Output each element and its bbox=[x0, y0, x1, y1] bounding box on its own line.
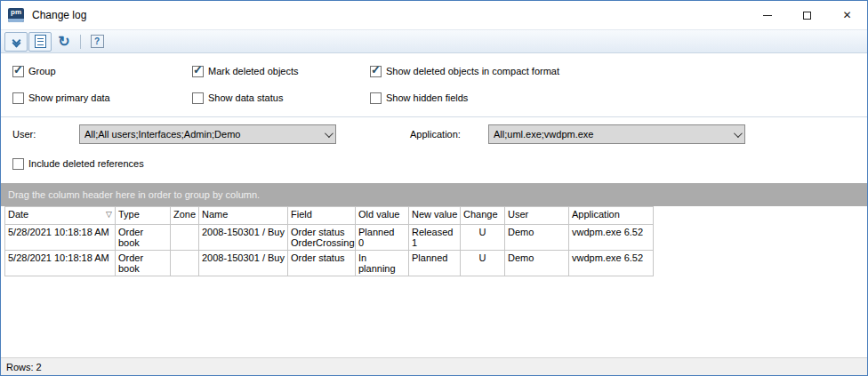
application-combobox[interactable]: All;uml.exe;vwdpm.exe bbox=[488, 124, 745, 144]
checkbox-mark-deleted-objects[interactable]: Mark deleted objects bbox=[192, 64, 370, 78]
maximize-icon bbox=[803, 12, 811, 20]
checkbox-icon bbox=[12, 66, 24, 77]
column-header-zone[interactable]: Zone bbox=[171, 207, 199, 225]
chevron-down-icon bbox=[734, 129, 743, 138]
cell-application[interactable]: vwdpm.exe 6.52 bbox=[569, 251, 654, 276]
column-header-old-value[interactable]: Old value bbox=[356, 207, 409, 225]
chevrons-down-icon bbox=[13, 37, 20, 46]
application-combobox-value: All;uml.exe;vwdpm.exe bbox=[494, 129, 734, 140]
help-button[interactable]: ? bbox=[85, 32, 108, 52]
refresh-button[interactable]: ↻ bbox=[52, 32, 76, 52]
app-icon: pm bbox=[8, 8, 24, 22]
toolbar: ↻ ? bbox=[1, 29, 867, 53]
cell-old-value[interactable]: Planned 0 bbox=[356, 225, 409, 251]
group-by-hint: Drag the column header here in order to … bbox=[8, 189, 260, 200]
checkbox-icon bbox=[12, 92, 24, 104]
app-icon-label: pm bbox=[11, 8, 21, 17]
cell-type[interactable]: Order book bbox=[116, 251, 171, 276]
column-header-field[interactable]: Field bbox=[288, 207, 356, 225]
checkbox-icon bbox=[12, 158, 24, 170]
column-header-name[interactable]: Name bbox=[199, 207, 288, 225]
checkbox-show-hidden-fields[interactable]: Show hidden fields bbox=[370, 91, 867, 105]
change-log-window: pm Change log ✕ ↻ ? Group bbox=[0, 0, 868, 376]
cell-new-value[interactable]: Planned bbox=[409, 251, 461, 276]
checkbox-label: Include deleted references bbox=[28, 158, 144, 169]
cell-change[interactable]: U bbox=[461, 251, 505, 276]
checkbox-show-deleted-compact[interactable]: Show deleted objects in compact format bbox=[370, 64, 867, 78]
cell-change[interactable]: U bbox=[461, 225, 505, 251]
cell-date[interactable]: 5/28/2021 10:18:18 AM bbox=[5, 251, 116, 276]
csv-file-icon bbox=[35, 35, 46, 48]
column-header-new-value[interactable]: New value bbox=[409, 207, 461, 225]
content-spacer bbox=[1, 276, 867, 357]
cell-new-value[interactable]: Released 1 bbox=[409, 225, 461, 251]
window-controls: ✕ bbox=[747, 1, 867, 29]
checkbox-icon bbox=[192, 66, 204, 77]
column-header-date[interactable]: ▽Date bbox=[5, 207, 116, 225]
toolbar-separator bbox=[80, 35, 81, 49]
checkbox-group[interactable]: Group bbox=[12, 64, 192, 78]
cell-field[interactable]: Order status OrderCrossing bbox=[288, 225, 356, 251]
table-row[interactable]: 5/28/2021 10:18:18 AM Order book 2008-15… bbox=[5, 251, 654, 276]
checkbox-show-primary-data[interactable]: Show primary data bbox=[12, 91, 192, 105]
refresh-icon: ↻ bbox=[58, 35, 69, 49]
cell-user[interactable]: Demo bbox=[505, 251, 569, 276]
column-header-change[interactable]: Change bbox=[461, 207, 505, 225]
checkbox-label: Show data status bbox=[208, 92, 283, 103]
close-icon: ✕ bbox=[842, 10, 851, 20]
cell-old-value[interactable]: In planning bbox=[356, 251, 409, 276]
user-label: User: bbox=[12, 129, 79, 140]
column-header-type[interactable]: Type bbox=[116, 207, 171, 225]
checkbox-icon bbox=[370, 66, 382, 77]
change-log-table: ▽Date Type Zone Name Field Old value New… bbox=[4, 206, 654, 276]
checkbox-label: Show deleted objects in compact format bbox=[386, 66, 559, 76]
close-button[interactable]: ✕ bbox=[827, 1, 867, 29]
checkbox-label: Mark deleted objects bbox=[208, 66, 299, 76]
checkbox-icon bbox=[192, 92, 204, 104]
sort-descending-icon: ▽ bbox=[106, 210, 112, 219]
checkbox-label: Show hidden fields bbox=[386, 92, 468, 103]
checkbox-label: Group bbox=[28, 66, 56, 76]
application-label: Application: bbox=[410, 129, 488, 140]
include-row: Include deleted references bbox=[1, 156, 867, 171]
column-header-label: Date bbox=[8, 209, 28, 220]
user-combobox-value: All;All users;Interfaces;Admin;Demo bbox=[84, 129, 325, 140]
cell-type[interactable]: Order book bbox=[116, 225, 171, 251]
cell-date[interactable]: 5/28/2021 10:18:18 AM bbox=[5, 225, 116, 251]
checkbox-grid: Group Mark deleted objects Show deleted … bbox=[1, 53, 867, 105]
group-by-drop-zone[interactable]: Drag the column header here in order to … bbox=[1, 183, 867, 206]
cell-field[interactable]: Order status bbox=[288, 251, 356, 276]
titlebar[interactable]: pm Change log ✕ bbox=[1, 1, 867, 29]
table-row[interactable]: 5/28/2021 10:18:18 AM Order book 2008-15… bbox=[5, 225, 654, 251]
table-header-row: ▽Date Type Zone Name Field Old value New… bbox=[5, 207, 654, 225]
column-header-user[interactable]: User bbox=[505, 207, 569, 225]
checkbox-show-data-status[interactable]: Show data status bbox=[192, 91, 370, 105]
minimize-button[interactable] bbox=[747, 1, 787, 29]
row-count: Rows: 2 bbox=[6, 362, 42, 372]
chevron-down-icon bbox=[325, 129, 334, 138]
user-combobox[interactable]: All;All users;Interfaces;Admin;Demo bbox=[79, 124, 336, 144]
cell-zone[interactable] bbox=[171, 251, 199, 276]
filter-panel: Group Mark deleted objects Show deleted … bbox=[1, 53, 867, 183]
checkbox-include-deleted-references[interactable]: Include deleted references bbox=[12, 156, 867, 171]
cell-name[interactable]: 2008-150301 / Buy bbox=[199, 251, 288, 276]
status-bar: Rows: 2 bbox=[1, 357, 867, 375]
checkbox-label: Show primary data bbox=[28, 92, 110, 103]
combo-row: User: All;All users;Interfaces;Admin;Dem… bbox=[1, 124, 867, 144]
window-title: Change log bbox=[32, 9, 86, 21]
cell-application[interactable]: vwdpm.exe 6.52 bbox=[569, 225, 654, 251]
checkbox-icon bbox=[370, 92, 382, 104]
maximize-button[interactable] bbox=[787, 1, 827, 29]
cell-zone[interactable] bbox=[171, 225, 199, 251]
export-csv-button[interactable] bbox=[28, 32, 52, 52]
minimize-icon bbox=[763, 15, 772, 16]
expand-filters-button[interactable] bbox=[4, 32, 28, 52]
help-icon: ? bbox=[91, 35, 104, 48]
cell-name[interactable]: 2008-150301 / Buy bbox=[199, 225, 288, 251]
cell-user[interactable]: Demo bbox=[505, 225, 569, 251]
column-header-application[interactable]: Application bbox=[569, 207, 654, 225]
section-separator bbox=[1, 116, 867, 117]
